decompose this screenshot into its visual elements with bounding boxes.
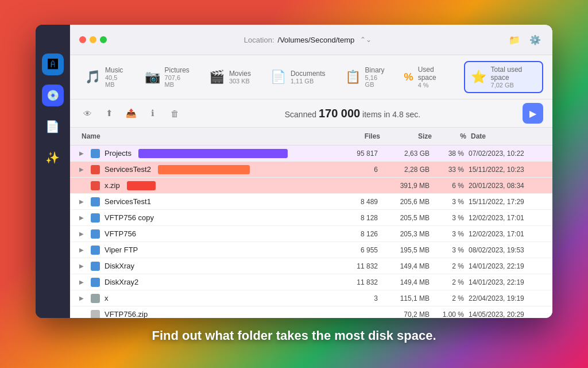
table-row[interactable]: ▶ VFTP756 8 126 205,3 MB 3 % 12/02/2023,…: [70, 226, 552, 242]
traffic-lights: [79, 36, 107, 43]
table-row[interactable]: ▶ DiskXray2 11 832 149,4 MB 2 % 14/01/20…: [70, 274, 552, 290]
movies-icon: 🎬: [209, 70, 225, 85]
row-size: 2,63 GB: [382, 150, 434, 158]
header-date: Date: [469, 130, 543, 143]
folder-icon: [91, 197, 100, 206]
scan-count: 170 000: [319, 107, 360, 120]
row-size: 205,6 MB: [382, 198, 434, 206]
info-button[interactable]: ℹ: [145, 105, 161, 121]
folder-icon: [91, 294, 100, 303]
row-name-text: DiskXray2: [105, 278, 138, 286]
table-body: ▶ Projects 95 817 2,63 GB 38 % 07/02/202…: [70, 145, 552, 318]
folder-icon: [91, 149, 100, 158]
sidebar: 🅰 💿 📄 ✨: [36, 25, 70, 318]
category-documents[interactable]: 📄 Documents 1,11 GB: [265, 61, 331, 93]
pictures-info: Pictures 707,6 MB: [165, 66, 189, 88]
used-space-icon: %: [404, 71, 413, 83]
location-chevron-icon[interactable]: ⌃⌄: [358, 32, 374, 48]
row-size: 2,28 GB: [382, 166, 434, 174]
row-chevron-icon: ▶: [79, 150, 86, 156]
music-label: Music: [105, 66, 125, 74]
share-button[interactable]: ⬆: [101, 105, 117, 121]
row-size: 195,5 MB: [382, 246, 434, 254]
table-row[interactable]: ▶ Projects 95 817 2,63 GB 38 % 07/02/202…: [70, 145, 552, 162]
category-movies[interactable]: 🎬 Movies 303 KB: [203, 61, 257, 93]
row-name-text: DiskXray: [105, 262, 134, 270]
close-button[interactable]: [79, 36, 86, 43]
row-size: 149,4 MB: [382, 278, 434, 286]
file-icon: [91, 310, 100, 319]
row-name-text: VFTP756.zip: [105, 310, 148, 318]
row-name-text: x: [105, 294, 109, 302]
used-space-size: 4 %: [418, 82, 450, 89]
sidebar-icon-diskxray[interactable]: 💿: [42, 85, 64, 106]
location-path[interactable]: /Volumes/Second/temp: [278, 36, 355, 44]
location-label: Location:: [244, 36, 274, 44]
location-controls: 📁 ⚙️: [506, 32, 543, 48]
category-used-space[interactable]: % Used space 4 %: [399, 61, 456, 93]
binary-label: Binary: [365, 66, 385, 74]
category-music[interactable]: 🎵 Music 40,5 MB: [79, 61, 131, 93]
scan-prefix: Scanned: [285, 110, 316, 119]
action-bar: 👁 ⬆ 📤 ℹ 🗑 Scanned 170 000 items in 4.8 s…: [70, 99, 552, 128]
maximize-button[interactable]: [100, 36, 107, 43]
folder-icon: [91, 278, 100, 287]
row-percent: 38 %: [434, 150, 469, 158]
table-row[interactable]: ▶ x 3 115,1 MB 2 % 22/04/2023, 19:19: [70, 290, 552, 306]
movies-size: 303 KB: [229, 78, 251, 85]
row-name: ▶ x: [79, 294, 325, 303]
delete-button[interactable]: 🗑: [167, 105, 183, 121]
sidebar-icon-magic[interactable]: ✨: [42, 147, 64, 168]
row-date: 14/05/2023, 20:29: [469, 310, 543, 319]
total-used-space-size: 7,02 GB: [491, 82, 536, 89]
open-folder-button[interactable]: 📁: [506, 32, 523, 48]
folder-icon: [91, 181, 100, 190]
table-row[interactable]: ▶ ServicesTest2 6 2,28 GB 33 % 15/11/202…: [70, 162, 552, 178]
row-chevron-icon: ▶: [79, 295, 86, 301]
category-total-used-space[interactable]: ⭐ Total used space 7,02 GB: [464, 61, 543, 93]
category-binary[interactable]: 📋 Binary 5,16 GB: [339, 61, 390, 93]
used-space-label: Used space: [418, 66, 450, 82]
row-name: ▶ VFTP756 copy: [79, 213, 325, 223]
music-info: Music 40,5 MB: [105, 66, 125, 88]
total-used-space-info: Total used space 7,02 GB: [491, 66, 536, 89]
table-row[interactable]: ▶ DiskXray 11 832 149,4 MB 2 % 14/01/202…: [70, 258, 552, 274]
row-chevron-icon: ▶: [79, 279, 86, 285]
table-header: Name Files Size % Date: [70, 128, 552, 145]
row-percent: 33 %: [434, 166, 469, 174]
category-pictures[interactable]: 📷 Pictures 707,6 MB: [139, 61, 195, 93]
export-button[interactable]: 📤: [123, 105, 139, 121]
header-files: Files: [325, 130, 382, 143]
row-chevron-icon: ▶: [79, 214, 86, 221]
file-bar: [127, 181, 156, 190]
sidebar-icon-appstore[interactable]: 🅰: [42, 53, 64, 75]
sidebar-icon-docs[interactable]: 📄: [42, 116, 64, 137]
table-row[interactable]: ▶ VFTP756 copy 8 128 205,5 MB 3 % 12/02/…: [70, 210, 552, 226]
row-chevron-icon: ▶: [79, 198, 86, 205]
row-files: 8 128: [325, 214, 382, 222]
total-used-space-icon: ⭐: [471, 70, 486, 85]
table-row[interactable]: ▶ x.zip 391,9 MB 6 % 20/01/2023, 08:34: [70, 178, 552, 194]
folder-icon: [91, 213, 100, 223]
title-bar: Location: /Volumes/Second/temp ⌃⌄ 📁 ⚙️: [70, 25, 552, 55]
row-date: 20/01/2023, 08:34: [469, 182, 543, 190]
row-chevron-icon: ▶: [79, 263, 86, 269]
total-used-space-label: Total used space: [491, 66, 536, 82]
table-row[interactable]: ▶ Viper FTP 6 955 195,5 MB 3 % 08/02/202…: [70, 242, 552, 258]
row-chevron-icon: ▶: [79, 247, 86, 253]
row-name-text: VFTP756: [105, 229, 136, 238]
table-row[interactable]: ▶ VFTP756.zip 70,2 MB 1.00 % 14/05/2023,…: [70, 306, 552, 318]
play-button[interactable]: ▶: [523, 103, 543, 124]
eye-button[interactable]: 👁: [79, 105, 95, 121]
table-row[interactable]: ▶ ServicesTest1 8 489 205,6 MB 3 % 15/11…: [70, 194, 552, 210]
settings-button[interactable]: ⚙️: [527, 32, 543, 48]
main-content: Location: /Volumes/Second/temp ⌃⌄ 📁 ⚙️ 🎵…: [70, 25, 552, 318]
file-table: Name Files Size % Date ▶ Projects 95 817…: [70, 128, 552, 318]
row-name-text: ServicesTest2: [105, 165, 151, 174]
row-date: 14/01/2023, 22:19: [469, 262, 543, 270]
bottom-text: Find out what folder takes the most disk…: [152, 328, 436, 343]
row-name-with-bar: ▶ Projects: [79, 149, 325, 158]
minimize-button[interactable]: [90, 36, 96, 43]
binary-info: Binary 5,16 GB: [365, 66, 385, 88]
row-name: ▶ DiskXray2: [79, 278, 325, 287]
